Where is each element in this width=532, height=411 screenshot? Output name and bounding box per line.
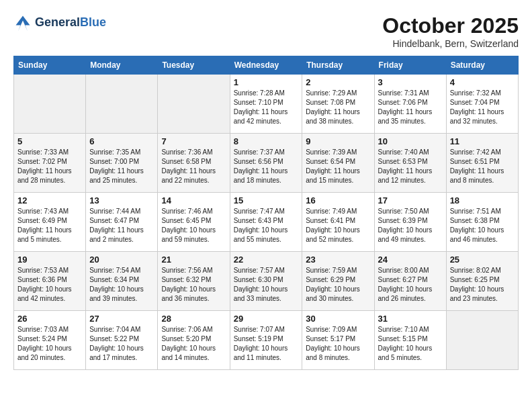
calendar-cell: 2Sunrise: 7:29 AMSunset: 7:08 PMDaylight… <box>302 75 374 134</box>
day-info: Sunrise: 7:59 AMSunset: 6:29 PMDaylight:… <box>306 266 370 304</box>
weekday-sunday: Sunday <box>14 56 86 75</box>
day-number: 18 <box>450 195 515 205</box>
week-row-2: 5Sunrise: 7:33 AMSunset: 7:02 PMDaylight… <box>14 134 519 193</box>
day-info: Sunrise: 7:42 AMSunset: 6:51 PMDaylight:… <box>450 148 515 185</box>
calendar-cell: 21Sunrise: 7:56 AMSunset: 6:32 PMDayligh… <box>158 252 230 311</box>
logo-icon <box>13 13 32 32</box>
day-info: Sunrise: 7:40 AMSunset: 6:53 PMDaylight:… <box>378 148 443 185</box>
week-row-4: 19Sunrise: 7:53 AMSunset: 6:36 PMDayligh… <box>14 252 519 311</box>
calendar-cell: 19Sunrise: 7:53 AMSunset: 6:36 PMDayligh… <box>14 252 86 311</box>
day-number: 14 <box>161 195 226 205</box>
day-number: 20 <box>89 255 154 265</box>
calendar-cell: 10Sunrise: 7:40 AMSunset: 6:53 PMDayligh… <box>374 134 446 193</box>
calendar-cell: 28Sunrise: 7:06 AMSunset: 5:20 PMDayligh… <box>158 311 230 370</box>
day-number: 26 <box>17 314 82 324</box>
day-info: Sunrise: 8:02 AMSunset: 6:25 PMDaylight:… <box>450 266 515 304</box>
day-number: 23 <box>306 255 370 265</box>
calendar-cell: 12Sunrise: 7:43 AMSunset: 6:49 PMDayligh… <box>14 193 86 252</box>
calendar-cell: 26Sunrise: 7:03 AMSunset: 5:24 PMDayligh… <box>14 311 86 370</box>
calendar-header: SundayMondayTuesdayWednesdayThursdayFrid… <box>14 56 519 75</box>
day-number: 17 <box>378 195 443 205</box>
day-number: 30 <box>306 314 370 324</box>
svg-marker-0 <box>16 16 30 32</box>
day-info: Sunrise: 7:47 AMSunset: 6:43 PMDaylight:… <box>234 207 299 244</box>
weekday-tuesday: Tuesday <box>158 56 230 75</box>
day-info: Sunrise: 7:43 AMSunset: 6:49 PMDaylight:… <box>17 207 82 244</box>
calendar-cell <box>86 75 158 134</box>
day-info: Sunrise: 7:53 AMSunset: 6:36 PMDaylight:… <box>17 266 82 304</box>
day-info: Sunrise: 7:10 AMSunset: 5:15 PMDaylight:… <box>378 325 443 363</box>
day-info: Sunrise: 7:33 AMSunset: 7:02 PMDaylight:… <box>17 148 82 185</box>
calendar-cell <box>446 311 518 370</box>
day-number: 31 <box>378 314 443 324</box>
day-info: Sunrise: 7:44 AMSunset: 6:47 PMDaylight:… <box>89 207 154 244</box>
day-info: Sunrise: 7:54 AMSunset: 6:34 PMDaylight:… <box>89 266 154 304</box>
calendar-cell: 29Sunrise: 7:07 AMSunset: 5:19 PMDayligh… <box>230 311 302 370</box>
calendar-cell: 24Sunrise: 8:00 AMSunset: 6:27 PMDayligh… <box>374 252 446 311</box>
day-info: Sunrise: 8:00 AMSunset: 6:27 PMDaylight:… <box>378 266 443 304</box>
day-number: 9 <box>306 136 370 146</box>
calendar-cell: 15Sunrise: 7:47 AMSunset: 6:43 PMDayligh… <box>230 193 302 252</box>
day-number: 19 <box>17 255 82 265</box>
day-info: Sunrise: 7:46 AMSunset: 6:45 PMDaylight:… <box>161 207 226 244</box>
day-number: 11 <box>450 136 515 146</box>
week-row-3: 12Sunrise: 7:43 AMSunset: 6:49 PMDayligh… <box>14 193 519 252</box>
day-number: 6 <box>89 136 154 146</box>
week-row-5: 26Sunrise: 7:03 AMSunset: 5:24 PMDayligh… <box>14 311 519 370</box>
day-info: Sunrise: 7:49 AMSunset: 6:41 PMDaylight:… <box>306 207 370 244</box>
weekday-friday: Friday <box>374 56 446 75</box>
calendar-cell: 27Sunrise: 7:04 AMSunset: 5:22 PMDayligh… <box>86 311 158 370</box>
calendar-cell <box>158 75 230 134</box>
calendar-cell: 7Sunrise: 7:36 AMSunset: 6:58 PMDaylight… <box>158 134 230 193</box>
calendar-cell: 25Sunrise: 8:02 AMSunset: 6:25 PMDayligh… <box>446 252 518 311</box>
calendar-cell: 1Sunrise: 7:28 AMSunset: 7:10 PMDaylight… <box>230 75 302 134</box>
day-number: 4 <box>450 77 515 87</box>
logo-text: GeneralBlue <box>35 16 106 30</box>
title-block: October 2025 Hindelbank, Bern, Switzerla… <box>382 13 519 49</box>
calendar-cell: 16Sunrise: 7:49 AMSunset: 6:41 PMDayligh… <box>302 193 374 252</box>
calendar-cell: 8Sunrise: 7:37 AMSunset: 6:56 PMDaylight… <box>230 134 302 193</box>
calendar-cell: 6Sunrise: 7:35 AMSunset: 7:00 PMDaylight… <box>86 134 158 193</box>
day-number: 1 <box>234 77 299 87</box>
day-info: Sunrise: 7:35 AMSunset: 7:00 PMDaylight:… <box>89 148 154 185</box>
day-number: 2 <box>306 77 370 87</box>
day-number: 28 <box>161 314 226 324</box>
day-info: Sunrise: 7:39 AMSunset: 6:54 PMDaylight:… <box>306 148 370 185</box>
weekday-monday: Monday <box>86 56 158 75</box>
day-number: 24 <box>378 255 443 265</box>
day-number: 27 <box>89 314 154 324</box>
day-info: Sunrise: 7:56 AMSunset: 6:32 PMDaylight:… <box>161 266 226 304</box>
day-number: 8 <box>234 136 299 146</box>
logo: GeneralBlue <box>13 13 106 32</box>
day-info: Sunrise: 7:31 AMSunset: 7:06 PMDaylight:… <box>378 89 443 126</box>
calendar-cell <box>14 75 86 134</box>
weekday-wednesday: Wednesday <box>230 56 302 75</box>
day-info: Sunrise: 7:03 AMSunset: 5:24 PMDaylight:… <box>17 325 82 363</box>
calendar-cell: 14Sunrise: 7:46 AMSunset: 6:45 PMDayligh… <box>158 193 230 252</box>
day-info: Sunrise: 7:09 AMSunset: 5:17 PMDaylight:… <box>306 325 370 363</box>
calendar-cell: 31Sunrise: 7:10 AMSunset: 5:15 PMDayligh… <box>374 311 446 370</box>
day-info: Sunrise: 7:04 AMSunset: 5:22 PMDaylight:… <box>89 325 154 363</box>
calendar-cell: 9Sunrise: 7:39 AMSunset: 6:54 PMDaylight… <box>302 134 374 193</box>
calendar-cell: 3Sunrise: 7:31 AMSunset: 7:06 PMDaylight… <box>374 75 446 134</box>
page-header: GeneralBlue October 2025 Hindelbank, Ber… <box>13 13 519 49</box>
weekday-header-row: SundayMondayTuesdayWednesdayThursdayFrid… <box>14 56 519 75</box>
day-number: 5 <box>17 136 82 146</box>
day-number: 25 <box>450 255 515 265</box>
calendar-cell: 23Sunrise: 7:59 AMSunset: 6:29 PMDayligh… <box>302 252 374 311</box>
day-info: Sunrise: 7:50 AMSunset: 6:39 PMDaylight:… <box>378 207 443 244</box>
day-info: Sunrise: 7:07 AMSunset: 5:19 PMDaylight:… <box>234 325 299 363</box>
day-number: 7 <box>161 136 226 146</box>
day-number: 29 <box>234 314 299 324</box>
day-info: Sunrise: 7:32 AMSunset: 7:04 PMDaylight:… <box>450 89 515 126</box>
calendar-cell: 5Sunrise: 7:33 AMSunset: 7:02 PMDaylight… <box>14 134 86 193</box>
day-number: 10 <box>378 136 443 146</box>
month-year: October 2025 <box>382 13 519 38</box>
day-info: Sunrise: 7:28 AMSunset: 7:10 PMDaylight:… <box>234 89 299 126</box>
calendar-table: SundayMondayTuesdayWednesdayThursdayFrid… <box>13 56 519 370</box>
week-row-1: 1Sunrise: 7:28 AMSunset: 7:10 PMDaylight… <box>14 75 519 134</box>
location: Hindelbank, Bern, Switzerland <box>382 38 519 49</box>
day-info: Sunrise: 7:57 AMSunset: 6:30 PMDaylight:… <box>234 266 299 304</box>
calendar-cell: 4Sunrise: 7:32 AMSunset: 7:04 PMDaylight… <box>446 75 518 134</box>
day-number: 13 <box>89 195 154 205</box>
